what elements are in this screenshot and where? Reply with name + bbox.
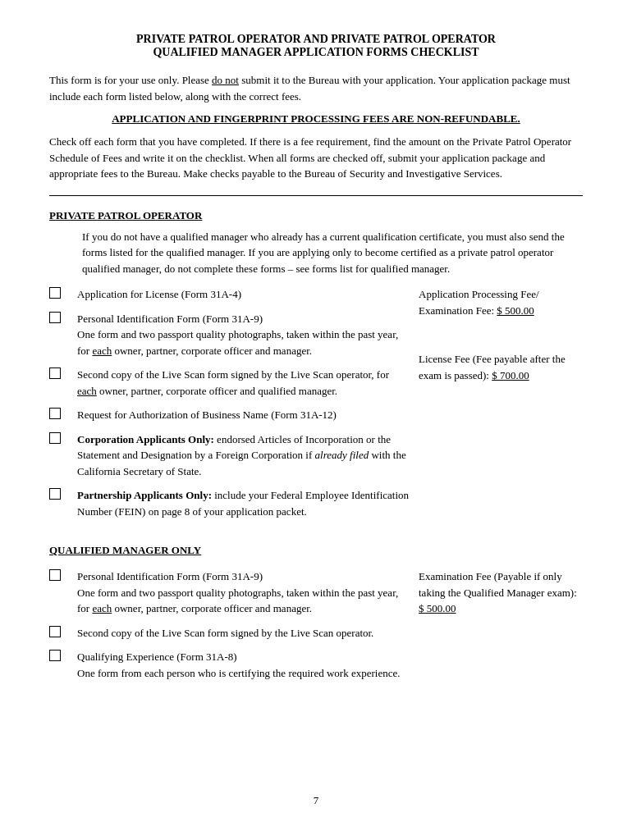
- qm-fee-1-label: Examination Fee (Payable if only taking …: [419, 568, 583, 617]
- corp-bold: Corporation Applicants Only:: [77, 433, 214, 445]
- qm-item-2: Second copy of the Live Scan form signed…: [49, 625, 410, 641]
- ppo-subtext: If you do not have a qualified manager w…: [82, 229, 583, 277]
- checkbox-3[interactable]: [49, 368, 61, 379]
- each-underline-3: each: [92, 602, 112, 614]
- fee-notice: APPLICATION AND FINGERPRINT PROCESSING F…: [49, 112, 583, 126]
- title-line1: PRIVATE PATROL OPERATOR AND PRIVATE PATR…: [49, 33, 583, 46]
- already-filed-italic: already filed: [315, 449, 369, 461]
- qm-fee-1-amount: $ 500.00: [419, 602, 456, 614]
- do-not-text: do not: [212, 74, 239, 86]
- qm-section: QUALIFIED MANAGER ONLY Personal Identifi…: [49, 544, 583, 689]
- ppo-fee-2-amount: $ 700.00: [492, 369, 529, 381]
- ppo-fee-1: Application Processing Fee/Examination F…: [419, 286, 583, 318]
- ppo-item-1-text: Application for License (Form 31A-4): [77, 286, 410, 303]
- page-number: 7: [49, 794, 583, 807]
- ppo-fee-column: Application Processing Fee/Examination F…: [419, 286, 583, 527]
- qm-checklist-items: Personal Identification Form (Form 31A-9…: [49, 568, 419, 689]
- checkbox-2[interactable]: [49, 312, 61, 323]
- partner-bold: Partnership Applicants Only:: [77, 489, 212, 501]
- checkbox-5[interactable]: [49, 432, 61, 444]
- qm-checkbox-1[interactable]: [49, 569, 61, 581]
- ppo-fee-1-amount: $ 500.00: [497, 304, 534, 317]
- checkbox-1[interactable]: [49, 287, 61, 299]
- qm-heading: QUALIFIED MANAGER ONLY: [49, 544, 583, 557]
- title-block: PRIVATE PATROL OPERATOR AND PRIVATE PATR…: [49, 33, 583, 59]
- ppo-item-5-text: Corporation Applicants Only: endorsed Ar…: [77, 431, 410, 480]
- ppo-checklist-area: Application for License (Form 31A-4) Per…: [49, 286, 583, 527]
- ppo-item-6-text: Partnership Applicants Only: include you…: [77, 487, 410, 519]
- ppo-checklist-items: Application for License (Form 31A-4) Per…: [49, 286, 419, 527]
- ppo-heading: PRIVATE PATROL OPERATOR: [49, 209, 583, 222]
- qm-checkbox-2[interactable]: [49, 626, 61, 637]
- divider: [49, 195, 583, 196]
- ppo-item-4-text: Request for Authorization of Business Na…: [77, 407, 410, 423]
- ppo-item-2: Personal Identification Form (Form 31A-9…: [49, 311, 410, 359]
- page-container: PRIVATE PATROL OPERATOR AND PRIVATE PATR…: [49, 33, 583, 807]
- checklist-intro: Check off each form that you have comple…: [49, 134, 583, 182]
- ppo-fee-1-label: Application Processing Fee/Examination F…: [419, 286, 583, 318]
- ppo-item-2-text: Personal Identification Form (Form 31A-9…: [77, 311, 410, 359]
- each-underline-1: each: [92, 345, 112, 357]
- intro-text: This form is for your use only. Please d…: [49, 72, 583, 104]
- each-underline-2: each: [77, 385, 97, 397]
- ppo-section: PRIVATE PATROL OPERATOR If you do not ha…: [49, 209, 583, 528]
- qm-checklist-area: Personal Identification Form (Form 31A-9…: [49, 568, 583, 689]
- checkbox-4[interactable]: [49, 408, 61, 419]
- qm-checkbox-3[interactable]: [49, 650, 61, 661]
- qm-item-3: Qualifying Experience (Form 31A-8) One f…: [49, 649, 410, 681]
- ppo-item-5: Corporation Applicants Only: endorsed Ar…: [49, 431, 410, 480]
- qm-fee-1: Examination Fee (Payable if only taking …: [419, 568, 583, 617]
- qm-item-3-text: Qualifying Experience (Form 31A-8) One f…: [77, 649, 410, 681]
- qm-item-1-text: Personal Identification Form (Form 31A-9…: [77, 568, 410, 617]
- checkbox-6[interactable]: [49, 488, 61, 500]
- ppo-item-1: Application for License (Form 31A-4): [49, 286, 410, 303]
- ppo-item-3: Second copy of the Live Scan form signed…: [49, 367, 410, 399]
- ppo-fee-2-label: License Fee (Fee payable after the exam …: [419, 351, 583, 383]
- ppo-item-6: Partnership Applicants Only: include you…: [49, 487, 410, 519]
- ppo-item-4: Request for Authorization of Business Na…: [49, 407, 410, 423]
- qm-item-2-text: Second copy of the Live Scan form signed…: [77, 625, 410, 641]
- qm-fee-column: Examination Fee (Payable if only taking …: [419, 568, 583, 689]
- ppo-item-3-text: Second copy of the Live Scan form signed…: [77, 367, 410, 399]
- qm-item-1: Personal Identification Form (Form 31A-9…: [49, 568, 410, 617]
- ppo-fee-2: License Fee (Fee payable after the exam …: [419, 351, 583, 383]
- title-line2: QUALIFIED MANAGER APPLICATION FORMS CHEC…: [49, 46, 583, 59]
